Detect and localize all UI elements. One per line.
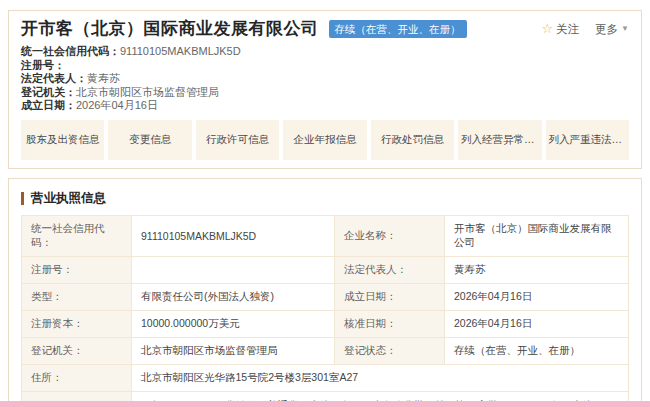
field-value: 存续（在营、开业、在册） <box>445 337 629 364</box>
info-tabs: 股东及出资信息 变更信息 行政许可信息 企业年报信息 行政处罚信息 列入经营异常… <box>21 120 629 160</box>
field-label: 注册号： <box>22 256 132 283</box>
field-label: 成立日期： <box>335 283 445 310</box>
field-label: 类型： <box>22 283 132 310</box>
summary-label: 统一社会信用代码： <box>21 45 120 57</box>
field-value: 北京市朝阳区市场监督管理局 <box>132 337 335 364</box>
summary-registry-authority: 登记机关：北京市朝阳区市场监督管理局 <box>21 86 629 100</box>
summary-label: 注册号： <box>21 59 65 71</box>
tab-abnormal-operations[interactable]: 列入经营异常名录... <box>458 120 541 160</box>
tab-shareholders[interactable]: 股东及出资信息 <box>21 120 104 160</box>
field-label: 登记机关： <box>22 337 132 364</box>
field-value: 黄寿苏 <box>445 256 629 283</box>
summary-label: 法定代表人： <box>21 72 87 84</box>
field-value: 2026年04月16日 <box>445 283 629 310</box>
table-row: 类型： 有限责任公司(外国法人独资) 成立日期： 2026年04月16日 <box>22 283 629 310</box>
star-icon: ☆ <box>541 23 553 35</box>
field-value: 2026年04月16日 <box>445 310 629 337</box>
field-label: 统一社会信用代码： <box>22 215 132 256</box>
follow-label: 关注 <box>556 22 579 37</box>
section-header: 营业执照信息 <box>21 190 629 207</box>
business-license-card: 营业执照信息 统一社会信用代码： 91110105MAKBMLJK5D 企业名称… <box>8 178 642 407</box>
tab-changes[interactable]: 变更信息 <box>108 120 191 160</box>
chevron-down-icon: ▼ <box>621 25 629 33</box>
field-value: 开市客（北京）国际商业发展有限公司 <box>445 215 629 256</box>
field-value: 北京市朝阳区光华路15号院2号楼3层301室A27 <box>132 364 629 391</box>
section-marker-bar <box>21 192 24 205</box>
table-row: 登记机关： 北京市朝阳区市场监督管理局 登记状态： 存续（在营、开业、在册） <box>22 337 629 364</box>
tab-admin-license[interactable]: 行政许可信息 <box>196 120 279 160</box>
header-actions: ☆ 关注 更多 ▼ <box>541 22 629 37</box>
section-title: 营业执照信息 <box>31 190 106 207</box>
title-row: 开市客（北京）国际商业发展有限公司 存续（在营、开业、在册） ☆ 关注 更多 ▼ <box>21 18 629 40</box>
summary-value: 2026年04月16日 <box>76 99 158 111</box>
field-value: 有限责任公司(外国法人独资) <box>132 283 335 310</box>
summary-reg-number: 注册号： <box>21 59 629 73</box>
summary-establish-date: 成立日期：2026年04月16日 <box>21 99 629 113</box>
bottom-highlight-bar <box>0 401 650 407</box>
more-button[interactable]: 更多 ▼ <box>595 22 629 37</box>
status-badge: 存续（在营、开业、在册） <box>329 20 467 38</box>
company-name: 开市客（北京）国际商业发展有限公司 <box>21 18 319 40</box>
table-row: 统一社会信用代码： 91110105MAKBMLJK5D 企业名称： 开市客（北… <box>22 215 629 256</box>
tab-annual-report[interactable]: 企业年报信息 <box>283 120 366 160</box>
license-table: 统一社会信用代码： 91110105MAKBMLJK5D 企业名称： 开市客（北… <box>21 215 629 407</box>
field-label: 企业名称： <box>335 215 445 256</box>
table-row: 注册资本： 10000.000000万美元 核准日期： 2026年04月16日 <box>22 310 629 337</box>
field-value: 91110105MAKBMLJK5D <box>132 215 335 256</box>
tab-admin-penalty[interactable]: 行政处罚信息 <box>371 120 454 160</box>
summary-value: 黄寿苏 <box>87 72 120 84</box>
table-row-address: 住所： 北京市朝阳区光华路15号院2号楼3层301室A27 <box>22 364 629 391</box>
field-label: 注册资本： <box>22 310 132 337</box>
summary-label: 成立日期： <box>21 99 76 111</box>
company-summary: 统一社会信用代码：91110105MAKBMLJK5D 注册号： 法定代表人：黄… <box>21 45 629 113</box>
table-row: 注册号： 法定代表人： 黄寿苏 <box>22 256 629 283</box>
field-label: 核准日期： <box>335 310 445 337</box>
follow-button[interactable]: ☆ 关注 <box>541 22 579 37</box>
summary-credit-code: 统一社会信用代码：91110105MAKBMLJK5D <box>21 45 629 59</box>
field-label: 法定代表人： <box>335 256 445 283</box>
field-label: 住所： <box>22 364 132 391</box>
more-label: 更多 <box>595 22 618 37</box>
field-label: 登记状态： <box>335 337 445 364</box>
summary-value: 91110105MAKBMLJK5D <box>120 45 241 57</box>
field-value <box>132 256 335 283</box>
summary-label: 登记机关： <box>21 86 76 98</box>
company-header-card: 开市客（北京）国际商业发展有限公司 存续（在营、开业、在册） ☆ 关注 更多 ▼… <box>8 10 642 169</box>
field-value: 10000.000000万美元 <box>132 310 335 337</box>
summary-legal-rep: 法定代表人：黄寿苏 <box>21 72 629 86</box>
tab-serious-violations[interactable]: 列入严重违法失信... <box>546 120 629 160</box>
summary-value: 北京市朝阳区市场监督管理局 <box>76 86 219 98</box>
